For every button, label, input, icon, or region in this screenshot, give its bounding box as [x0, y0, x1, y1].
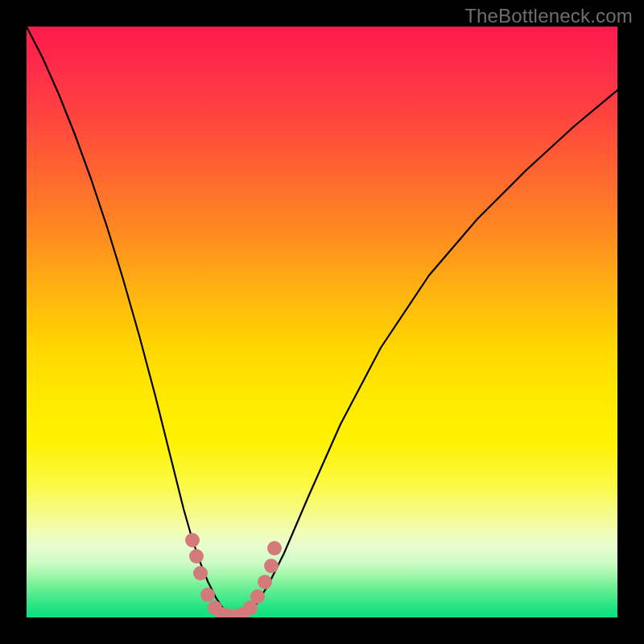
marker-dot [189, 549, 204, 564]
marker-dot [250, 589, 265, 604]
watermark-text: TheBottleneck.com [464, 5, 633, 27]
chart-frame: TheBottleneck.com [0, 0, 644, 644]
marker-dot [264, 559, 279, 573]
marker-dot [258, 575, 272, 589]
marker-dot [185, 533, 200, 547]
marker-dot [267, 541, 282, 555]
marker-dot [200, 588, 215, 602]
optimal-zone-markers [185, 533, 282, 617]
bottleneck-curve [27, 27, 617, 616]
marker-dot [193, 566, 208, 580]
curve-layer [27, 27, 617, 617]
plot-area [27, 27, 617, 617]
